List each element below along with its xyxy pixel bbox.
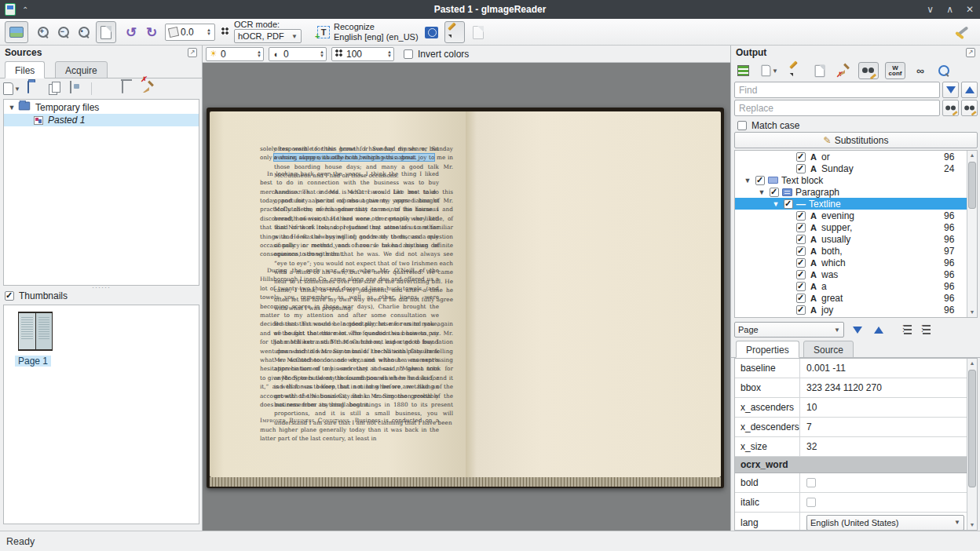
language-button[interactable] — [421, 21, 441, 43]
word-checkbox[interactable] — [796, 211, 806, 221]
tab-properties[interactable]: Properties — [736, 341, 799, 358]
expand-all-button[interactable] — [899, 323, 913, 336]
block-checkbox[interactable] — [755, 176, 765, 185]
expander-icon[interactable]: ▼ — [757, 188, 766, 196]
word-checkbox[interactable] — [796, 164, 806, 173]
recognize-button[interactable]: T Recognize English [eng] (en_US) — [313, 20, 423, 44]
replace-button[interactable] — [942, 100, 959, 116]
paste-button[interactable] — [49, 82, 63, 96]
scroll-up-icon[interactable]: ▲ — [967, 359, 977, 368]
find-next-button[interactable] — [942, 82, 959, 98]
rotation-spin-arrows[interactable]: ▲▼ — [205, 28, 213, 36]
word-row[interactable]: Ausually96 — [735, 233, 977, 245]
page-thumbnail[interactable] — [18, 312, 53, 351]
expander-icon[interactable]: ▼ — [743, 177, 752, 184]
open-hocr-button[interactable]: ▼ — [758, 62, 781, 79]
image-canvas[interactable]: often went to their home for Sunday dinn… — [203, 63, 730, 531]
open-folder-button[interactable] — [27, 82, 42, 96]
zoom-original-button[interactable]: • — [74, 21, 94, 43]
expander-icon[interactable]: ▼ — [7, 104, 16, 111]
delete-source-button[interactable] — [120, 82, 134, 96]
bold-checkbox[interactable] — [806, 478, 816, 487]
paragraph-row[interactable]: ▼Paragraph — [735, 186, 977, 198]
scroll-down-icon[interactable]: ▼ — [967, 520, 977, 530]
brightness-spinbox[interactable]: ☀ 0 ▲▼ — [206, 47, 264, 61]
resolution-spinbox[interactable]: 100 ▲▼ — [331, 47, 394, 61]
link-button[interactable]: ∞ — [912, 62, 929, 79]
open-image-button[interactable] — [5, 21, 28, 43]
settings-button[interactable] — [953, 23, 971, 40]
word-checkbox[interactable] — [796, 246, 806, 256]
export-text-button[interactable] — [734, 62, 751, 79]
word-row[interactable]: Ato96 — [735, 316, 977, 318]
clear-output-button[interactable]: ✗ — [835, 62, 852, 79]
word-checkbox[interactable] — [796, 305, 806, 315]
remove-source-button[interactable] — [99, 82, 113, 96]
word-row[interactable]: Awas96 — [735, 268, 977, 280]
word-confidence-toggle[interactable]: Wconf — [885, 62, 905, 79]
textblock-row[interactable]: ▼Text block — [735, 174, 977, 186]
brightness-spin-arrows[interactable]: ▲▼ — [257, 50, 261, 58]
word-row[interactable]: Aboth,97 — [735, 245, 977, 257]
output-detach-icon[interactable]: ↗ — [966, 48, 975, 57]
ocr-mode-combobox[interactable]: hOCR, PDF ▼ — [234, 29, 302, 43]
sources-detach-icon[interactable]: ↗ — [188, 48, 197, 57]
navigate-next-button[interactable] — [849, 322, 865, 338]
tree-item-pasted-1[interactable]: Pasted 1 — [4, 114, 199, 126]
contrast-spin-arrows[interactable]: ▲▼ — [320, 50, 324, 58]
scrollbar-thumb[interactable] — [968, 370, 976, 487]
word-row[interactable]: Aor96 — [735, 151, 977, 162]
word-checkbox[interactable] — [796, 235, 806, 244]
find-replace-toggle[interactable] — [858, 62, 879, 79]
brightness-value[interactable]: 0 — [219, 49, 257, 60]
rotate-right-button[interactable]: ↻ — [141, 21, 162, 43]
word-row[interactable]: Awhich96 — [735, 257, 977, 268]
word-row[interactable]: ASunday24 — [735, 162, 977, 174]
contrast-spinbox[interactable]: ◐ 0 ▲▼ — [269, 47, 327, 61]
add-images-button[interactable]: ▼ — [3, 82, 20, 95]
screenshot-button[interactable] — [70, 82, 84, 96]
zoom-in-button[interactable]: + — [33, 21, 53, 43]
word-checkbox[interactable] — [796, 258, 806, 268]
word-checkbox[interactable] — [796, 294, 806, 303]
edit-button[interactable] — [444, 21, 465, 43]
thumbnail-caption[interactable]: Page 1 — [15, 356, 51, 367]
find-prev-button[interactable] — [961, 82, 978, 98]
scroll-up-icon[interactable]: ▲ — [967, 151, 977, 160]
fit-page-button[interactable] — [96, 21, 116, 43]
collapse-all-button[interactable] — [918, 323, 932, 336]
scrollbar-thumb[interactable] — [968, 162, 976, 209]
contrast-value[interactable]: 0 — [282, 49, 320, 60]
clear-sources-button[interactable]: ✗ — [141, 82, 155, 96]
word-row[interactable]: Asupper,96 — [735, 221, 977, 233]
word-row[interactable]: Agreat96 — [735, 292, 977, 304]
tree-scrollbar[interactable]: ▲ ▼ — [967, 151, 977, 317]
word-checkbox[interactable] — [796, 152, 806, 162]
collapse-toolbar-icon[interactable]: ⌃ — [22, 5, 28, 14]
match-case-checkbox[interactable] — [737, 121, 747, 130]
export-pdf-button[interactable] — [811, 62, 828, 79]
tab-files[interactable]: Files — [5, 61, 45, 78]
word-row[interactable]: Ajoy96 — [735, 304, 977, 316]
window-maximize-button[interactable]: ∧ — [946, 4, 953, 15]
resolution-spin-arrows[interactable]: ▲▼ — [387, 50, 392, 58]
paragraph-checkbox[interactable] — [770, 188, 779, 197]
expander-icon[interactable]: ▼ — [771, 200, 781, 208]
find-input[interactable] — [734, 82, 940, 98]
window-close-button[interactable]: ✕ — [966, 4, 974, 15]
word-checkbox[interactable] — [796, 270, 806, 279]
thumbnails-checkbox[interactable] — [5, 291, 14, 301]
tab-source[interactable]: Source — [803, 341, 854, 358]
property-value[interactable]: 7 — [800, 421, 977, 432]
rotation-spinbox[interactable]: 0.0 ▲▼ — [165, 24, 215, 41]
invert-colors-checkbox[interactable] — [404, 49, 413, 59]
replace-input[interactable] — [734, 100, 940, 116]
zoom-out-button[interactable]: − — [53, 21, 74, 43]
preview-button[interactable] — [935, 62, 953, 79]
scroll-down-icon[interactable]: ▼ — [967, 308, 977, 317]
textline-checkbox[interactable] — [784, 199, 793, 209]
word-row[interactable]: Aevening96 — [735, 210, 977, 221]
navigate-prev-button[interactable] — [870, 322, 887, 338]
property-value[interactable]: 323 234 1120 270 — [800, 382, 977, 393]
table-scrollbar[interactable]: ▲ ▼ — [967, 359, 977, 530]
